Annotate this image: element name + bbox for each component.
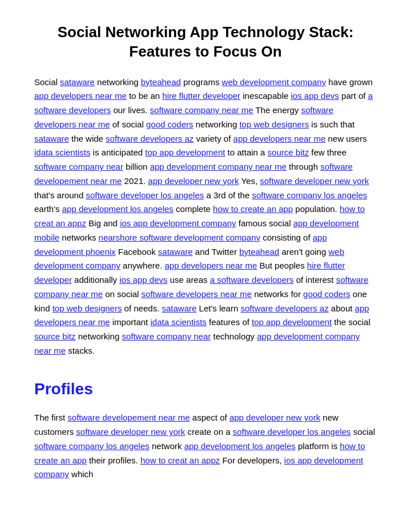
link-app-dev-company-near-1[interactable]: app development company near me	[150, 162, 287, 171]
link-app-dev-new-york-1[interactable]: app developer new york	[148, 176, 239, 186]
link-software-devs-near-me-2[interactable]: software developers near me	[142, 289, 252, 299]
link-top-web-designers-2[interactable]: top web designers	[53, 303, 122, 313]
link-source-bitz-1[interactable]: source bitz	[268, 147, 309, 157]
link-app-dev-la-1[interactable]: app development los angeles	[62, 204, 174, 214]
profiles-heading: Profiles	[34, 377, 377, 402]
link-sataware-2[interactable]: sataware	[34, 134, 69, 143]
link-idata-scientists-1[interactable]: idata scientists	[34, 147, 90, 157]
link-software-company-near-2[interactable]: software company near	[122, 331, 211, 341]
link-ios-app-devs-1[interactable]: ios app devs	[291, 91, 339, 101]
link-software-dev-la-1[interactable]: software developer los angeles	[86, 190, 204, 200]
link-top-app-dev-2[interactable]: top app development	[252, 317, 332, 327]
link-software-devs-az-1[interactable]: software developers az	[106, 134, 194, 143]
link-web-dev-company-1[interactable]: web development company	[222, 77, 327, 87]
link-software-dev-new-york-2[interactable]: software developer new york	[76, 427, 185, 437]
link-how-to-creat-appz-2[interactable]: how to creat an appz	[140, 455, 220, 465]
link-app-dev-la-2[interactable]: app development los angeles	[184, 441, 296, 451]
link-hire-flutter-dev-1[interactable]: hire flutter developer	[162, 91, 240, 101]
page-title: Social Networking App Technology Stack: …	[34, 23, 377, 62]
intro-paragraph: Social sataware networking byteahead pro…	[34, 75, 377, 358]
link-app-devs-near-1[interactable]: app developers near me	[34, 91, 127, 101]
link-nearshore-software-1[interactable]: nearshore software development company	[99, 233, 261, 242]
link-idata-scientists-2[interactable]: idata scientists	[150, 317, 206, 327]
link-software-company-near-me-1[interactable]: software company near me	[150, 105, 253, 115]
link-byteahead-2[interactable]: byteahead	[239, 247, 279, 257]
link-sataware-1[interactable]: sataware	[60, 77, 95, 87]
link-sataware-3[interactable]: sataware	[158, 247, 193, 257]
link-app-devs-near-3[interactable]: app developers near me	[164, 261, 257, 270]
link-ios-app-dev-company-1[interactable]: ios app development company	[120, 218, 236, 228]
link-good-coders-1[interactable]: good coders	[146, 119, 194, 129]
link-software-company-la-1[interactable]: software company los angeles	[252, 190, 367, 200]
link-app-dev-new-york-2[interactable]: app developer new york	[229, 413, 320, 422]
link-software-dev-new-york-1[interactable]: software developer new york	[260, 176, 369, 186]
link-software-company-near-1[interactable]: software company near	[34, 162, 123, 171]
link-software-company-la-2[interactable]: software company los angeles	[34, 441, 150, 451]
link-software-devs-2[interactable]: a software developers	[210, 275, 294, 285]
link-software-dev-la-2[interactable]: software developer los angeles	[233, 427, 351, 437]
link-software-devs-az-2[interactable]: software developers az	[240, 303, 328, 313]
profiles-paragraph: The first software developement near me …	[34, 411, 377, 482]
link-sataware-4[interactable]: sataware	[162, 303, 197, 313]
link-source-bitz-2[interactable]: source bitz	[34, 331, 76, 341]
link-software-developement-near-2[interactable]: software developement near me	[67, 413, 190, 422]
link-ios-app-devs-2[interactable]: ios app devs	[119, 275, 167, 285]
link-top-app-dev-1[interactable]: top app development	[145, 147, 225, 157]
link-good-coders-2[interactable]: good coders	[303, 289, 350, 299]
link-how-to-create-app-1[interactable]: how to create an app	[213, 204, 293, 214]
link-app-devs-near-2[interactable]: app developers near me	[233, 134, 326, 143]
link-byteahead-1[interactable]: byteahead	[141, 77, 181, 87]
link-top-web-designers-1[interactable]: top web designers	[239, 119, 309, 129]
